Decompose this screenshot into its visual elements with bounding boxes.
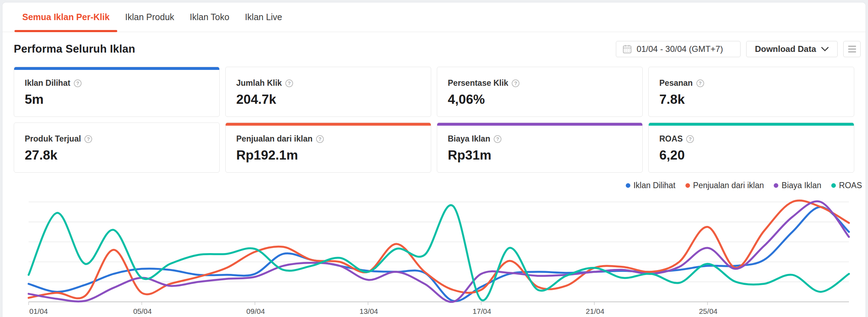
card-accent-bar xyxy=(437,122,643,126)
download-data-button[interactable]: Download Data xyxy=(746,41,838,57)
download-data-label: Download Data xyxy=(755,44,816,54)
x-axis-label: 01/04 xyxy=(29,307,48,315)
tab-iklan-produk[interactable]: Iklan Produk xyxy=(117,2,182,32)
help-icon[interactable]: ? xyxy=(494,135,501,143)
chart-legend: Iklan Dilihat Penjualan dari iklan Biaya… xyxy=(2,180,866,190)
metric-label: Biaya Iklan xyxy=(448,134,490,144)
help-icon[interactable]: ? xyxy=(512,79,519,87)
metric-value: 7.8k xyxy=(659,92,843,107)
x-axis-label: 05/04 xyxy=(133,307,152,315)
chart-settings-button[interactable] xyxy=(843,41,861,57)
tab-semua-iklan-per-klik[interactable]: Semua Iklan Per-Klik xyxy=(14,2,117,32)
legend-item-iklan-dilihat[interactable]: Iklan Dilihat xyxy=(626,181,676,190)
x-axis-label: 21/04 xyxy=(586,307,605,315)
calendar-icon xyxy=(623,44,632,54)
legend-label: Biaya Iklan xyxy=(781,181,821,190)
metric-card-penjualan-dari-iklan[interactable]: Penjualan dari iklan ? Rp192.1m xyxy=(225,122,431,173)
metric-card-biaya-iklan[interactable]: Biaya Iklan ? Rp31m xyxy=(437,122,643,173)
section-header: Performa Seluruh Iklan 01/04 - 3 xyxy=(2,41,866,58)
legend-item-biaya-iklan[interactable]: Biaya Iklan xyxy=(774,181,821,190)
metric-value: 4,06% xyxy=(448,92,632,107)
x-axis-label: 25/04 xyxy=(699,307,718,315)
metric-label: Pesanan xyxy=(659,78,693,88)
metric-value: 204.7k xyxy=(236,92,420,107)
tab-iklan-toko[interactable]: Iklan Toko xyxy=(182,2,237,32)
help-icon[interactable]: ? xyxy=(316,135,324,143)
x-axis-label: 09/04 xyxy=(246,307,265,315)
series-line-iklan-dilihat xyxy=(29,207,849,301)
header-controls: 01/04 - 30/04 (GMT+7) Download Data xyxy=(616,41,861,57)
metric-card-jumlah-klik[interactable]: Jumlah Klik ? 204.7k xyxy=(225,67,431,117)
help-icon[interactable]: ? xyxy=(285,79,293,87)
x-axis-label: 17/04 xyxy=(472,307,491,315)
metric-label: ROAS xyxy=(659,134,683,144)
legend-item-roas[interactable]: ROAS xyxy=(831,181,862,190)
card-accent-bar xyxy=(648,122,854,126)
tab-bar: Semua Iklan Per-Klik Iklan Produk Iklan … xyxy=(2,2,866,32)
metric-label: Jumlah Klik xyxy=(236,78,282,88)
metric-label: Produk Terjual xyxy=(25,134,81,144)
metric-card-pesanan[interactable]: Pesanan ? 7.8k xyxy=(648,67,854,117)
legend-label: Iklan Dilihat xyxy=(634,181,676,190)
help-icon[interactable]: ? xyxy=(696,79,704,87)
metric-value: Rp31m xyxy=(448,148,632,163)
metric-card-produk-terjual[interactable]: Produk Terjual ? 27.8k xyxy=(14,122,220,173)
metric-value: Rp192.1m xyxy=(236,148,420,163)
metric-value: 5m xyxy=(25,92,209,107)
ads-performance-panel: Semua Iklan Per-Klik Iklan Produk Iklan … xyxy=(2,2,866,317)
metric-card-roas[interactable]: ROAS ? 6,20 xyxy=(648,122,854,173)
date-range-value: 01/04 - 30/04 (GMT+7) xyxy=(637,44,723,54)
metric-cards-grid: Iklan Dilihat ? 5m Jumlah Klik ? 204.7k … xyxy=(2,67,866,173)
series-line-penjualan-dari-iklan xyxy=(29,201,849,298)
metric-label: Persentase Klik xyxy=(448,78,508,88)
metric-card-persentase-klik[interactable]: Persentase Klik ? 4,06% xyxy=(437,67,643,117)
chart-area: 01/0405/0409/0413/0417/0421/0425/04 xyxy=(2,193,866,317)
metric-card-iklan-dilihat[interactable]: Iklan Dilihat ? 5m xyxy=(14,67,220,117)
date-range-picker[interactable]: 01/04 - 30/04 (GMT+7) xyxy=(616,41,741,57)
help-icon[interactable]: ? xyxy=(84,135,92,143)
legend-dot xyxy=(774,183,778,188)
legend-dot xyxy=(626,183,630,188)
metric-value: 27.8k xyxy=(25,148,209,163)
card-accent-bar xyxy=(14,67,220,70)
metric-label: Iklan Dilihat xyxy=(25,78,70,88)
performance-line-chart[interactable]: 01/0405/0409/0413/0417/0421/0425/04 xyxy=(2,193,866,317)
series-line-roas xyxy=(29,205,849,300)
legend-label: Penjualan dari iklan xyxy=(693,181,764,190)
card-accent-bar xyxy=(225,122,431,126)
metric-label: Penjualan dari iklan xyxy=(236,134,313,144)
help-icon[interactable]: ? xyxy=(74,79,82,87)
x-axis-label: 13/04 xyxy=(359,307,378,315)
legend-item-penjualan-dari-iklan[interactable]: Penjualan dari iklan xyxy=(685,181,764,190)
hamburger-icon xyxy=(848,45,856,53)
page-title: Performa Seluruh Iklan xyxy=(14,43,135,55)
metric-value: 6,20 xyxy=(659,148,843,163)
help-icon[interactable]: ? xyxy=(686,135,694,143)
legend-label: ROAS xyxy=(839,181,862,190)
legend-dot xyxy=(831,183,836,188)
chevron-down-icon xyxy=(821,47,829,52)
legend-dot xyxy=(685,183,690,188)
tab-iklan-live[interactable]: Iklan Live xyxy=(237,2,290,32)
